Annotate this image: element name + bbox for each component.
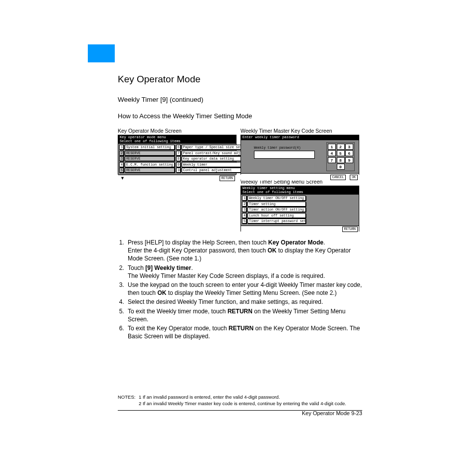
page-subtitle: Weekly Timer [9] (continued) <box>118 96 362 103</box>
cancel-button[interactable]: CANCEL <box>330 175 346 180</box>
notes-section: NOTES: 1 If an invalid password is enter… <box>118 394 362 411</box>
keypad-7[interactable]: 7 <box>328 157 336 163</box>
master-key-code-screen: Enter weekly timer password Weekly timer… <box>240 135 359 175</box>
wt-item-2-num[interactable]: 2 <box>242 202 246 207</box>
menu-item-4-num[interactable]: 4 <box>119 162 124 167</box>
section-heading: How to Access the Weekly Timer Setting M… <box>118 112 362 120</box>
wt-item-5[interactable]: Timer interrupt password set <box>247 219 306 224</box>
step-1: Press [HELP] to display the Help Screen,… <box>126 238 362 263</box>
page-title: Key Operator Mode <box>118 74 362 85</box>
step-2: Touch [9] Weekly timer.The Weekly Timer … <box>126 264 362 280</box>
step-6: To exit the Key Operator mode, touch RET… <box>126 324 362 340</box>
wt-item-1-num[interactable]: 1 <box>242 196 246 201</box>
keypad-6[interactable]: 6 <box>345 150 353 156</box>
menu-item-8[interactable]: Key operator data setting <box>182 156 243 161</box>
numeric-keypad: 1 2 3 4 5 6 7 8 9 0 <box>326 142 355 172</box>
step-3: Use the keypad on the touch screen to en… <box>126 281 362 297</box>
screen3-header: Weekly timer setting menu Select one of … <box>241 186 359 195</box>
keypad-8[interactable]: 8 <box>337 157 345 163</box>
keypad-4[interactable]: 4 <box>328 150 336 156</box>
screen2-header: Enter weekly timer password <box>241 135 359 140</box>
menu-item-5-num[interactable]: 5 <box>119 168 124 173</box>
keypad-9[interactable]: 9 <box>345 157 353 163</box>
menu-item-5[interactable]: RESERVE <box>125 168 175 173</box>
menu-item-4[interactable]: E.C.M. function setting <box>125 162 175 167</box>
menu-item-9-num[interactable]: 9 <box>176 162 181 167</box>
step-5: To exit the Weekly timer mode, touch RET… <box>126 307 362 323</box>
menu-item-1[interactable]: System initial setting <box>125 145 175 150</box>
menu-item-3[interactable]: RESERVE <box>125 156 175 161</box>
note-1: 1 If an invalid password is entered, ent… <box>139 394 362 401</box>
keypad-2[interactable]: 2 <box>337 144 345 150</box>
note-2: 2 If an invalid Weekly Timer master key … <box>139 401 362 407</box>
wt-item-3-num[interactable]: 3 <box>242 207 246 212</box>
section-tab <box>88 44 115 62</box>
menu-item-3-num[interactable]: 3 <box>119 156 124 161</box>
password-input[interactable] <box>254 151 315 159</box>
menu-item-6[interactable]: Paper type / Special size set <box>182 145 243 150</box>
wt-item-1[interactable]: Weekly timer ON/OFF setting <box>247 196 306 201</box>
return-button-3[interactable]: RETURN <box>342 227 358 232</box>
screen2-column: Weekly Timer Master Key Code Screen Ente… <box>240 128 359 175</box>
wt-item-4-num[interactable]: 4 <box>242 213 246 218</box>
keypad-3[interactable]: 3 <box>345 144 353 150</box>
wt-item-5-num[interactable]: 5 <box>242 219 246 224</box>
screen1-caption: Key Operator Mode Screen <box>118 128 237 134</box>
menu-item-6-num[interactable]: 6 <box>176 145 181 150</box>
wt-item-3[interactable]: Timer action ON/OFF setting <box>247 207 306 212</box>
menu-item-10-num[interactable]: 10 <box>176 168 181 173</box>
menu-item-7-num[interactable]: 7 <box>176 151 181 156</box>
menu-item-2-num[interactable]: 2 <box>119 151 124 156</box>
instruction-steps: Press [HELP] to display the Help Screen,… <box>118 238 362 340</box>
menu-item-9[interactable]: Weekly timer <box>182 162 243 167</box>
screen1-header: Key operator mode menu Select one of fol… <box>118 135 236 144</box>
down-arrow-icon[interactable]: ▼ <box>120 176 125 181</box>
keypad-5[interactable]: 5 <box>337 150 345 156</box>
notes-label: NOTES: <box>118 394 139 407</box>
main-content: Key Operator Mode Weekly Timer [9] (cont… <box>118 74 362 341</box>
menu-item-1-num[interactable]: 1 <box>119 145 124 150</box>
page-footer: Key Operator Mode 9-23 <box>118 410 362 416</box>
menu-item-10[interactable]: Control panel adjustment <box>182 168 243 173</box>
return-button[interactable]: RETURN <box>220 176 235 181</box>
menu-item-2[interactable]: RESERVE <box>125 151 175 156</box>
screen2-caption: Weekly Timer Master Key Code Screen <box>240 128 359 134</box>
step-4: Select the desired Weekly Timer function… <box>126 298 362 306</box>
menu-item-7[interactable]: Panel contrast/Key sound adj. <box>182 151 243 156</box>
key-operator-mode-screen: Key operator mode menu Select one of fol… <box>118 135 237 175</box>
wt-item-4[interactable]: Lunch hour off setting <box>247 213 306 218</box>
screen1-column: Key Operator Mode Screen Key operator mo… <box>118 128 237 175</box>
password-label: Weekly timer password(4) <box>254 146 323 150</box>
wt-item-2[interactable]: Timer setting <box>247 202 306 207</box>
menu-item-8-num[interactable]: 8 <box>176 156 181 161</box>
weekly-timer-setting-menu-screen: Weekly timer setting menu Select one of … <box>240 186 359 232</box>
keypad-1[interactable]: 1 <box>328 144 336 150</box>
keypad-0[interactable]: 0 <box>337 164 345 170</box>
ok-button[interactable]: OK <box>350 175 358 180</box>
